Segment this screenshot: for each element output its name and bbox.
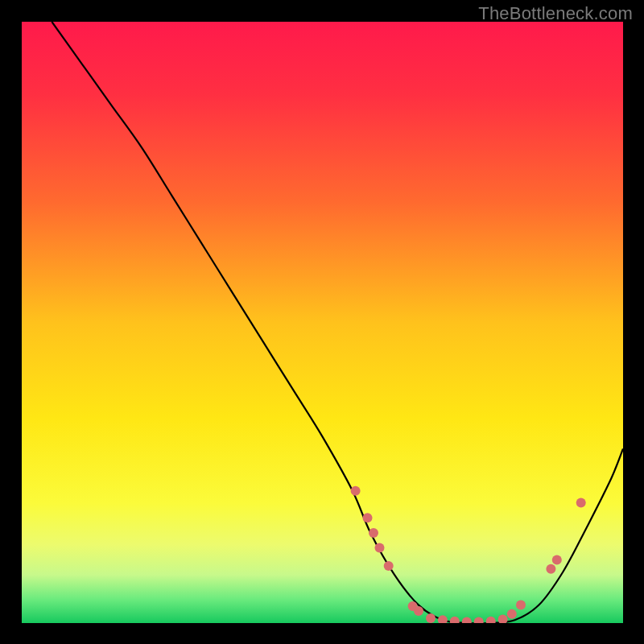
- curve-layer: [22, 22, 623, 623]
- data-marker: [351, 486, 361, 496]
- bottleneck-curve: [52, 22, 623, 623]
- data-marker: [426, 613, 436, 623]
- data-marker: [462, 617, 472, 624]
- data-marker: [552, 555, 562, 565]
- chart-container: TheBottleneck.com: [0, 0, 644, 644]
- data-markers: [351, 486, 586, 623]
- data-marker: [438, 615, 448, 623]
- data-marker: [516, 601, 526, 610]
- data-marker: [450, 617, 460, 623]
- data-marker: [414, 606, 423, 616]
- data-marker: [546, 564, 555, 574]
- data-marker: [375, 543, 385, 553]
- data-marker: [384, 561, 394, 571]
- data-marker: [498, 615, 508, 624]
- data-marker: [369, 528, 378, 538]
- data-marker: [486, 617, 496, 623]
- data-marker: [474, 617, 484, 624]
- data-marker: [507, 609, 517, 619]
- data-marker: [576, 498, 586, 508]
- data-marker: [363, 513, 373, 522]
- plot-area: [22, 22, 623, 623]
